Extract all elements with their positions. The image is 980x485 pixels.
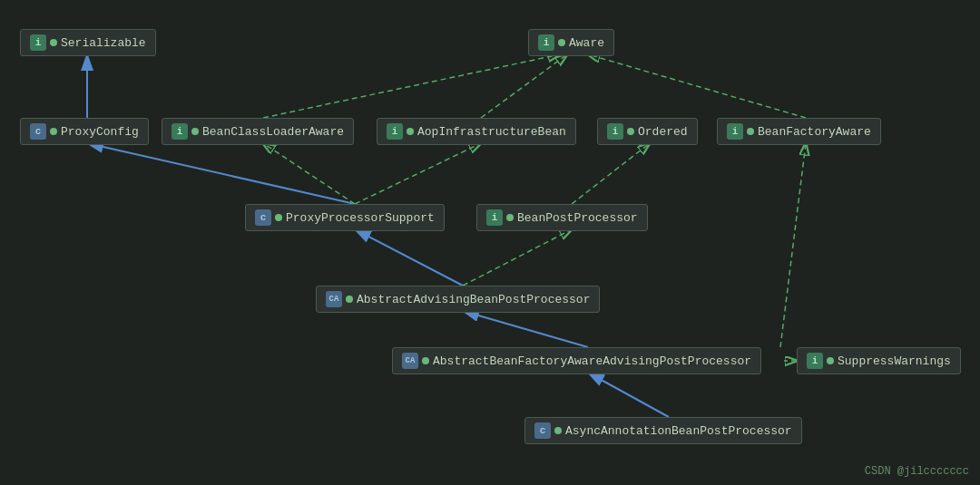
arrows-svg [0,0,980,485]
badge-proxyconfig: c [30,123,46,140]
dot-aware [558,39,565,46]
node-serializable: i Serializable [20,29,156,56]
badge-beanpostprocessor: i [486,209,503,226]
svg-line-13 [780,143,806,347]
svg-line-8 [355,143,481,204]
label-ordered: Ordered [638,125,688,139]
badge-beanclassloaderaware: i [172,123,188,140]
label-beanclassloaderaware: BeanClassLoaderAware [202,125,344,139]
badge-suppresswarnings: i [807,353,823,369]
svg-line-7 [263,143,355,204]
dot-beanclassloaderaware [191,128,199,135]
node-aware: i Aware [528,29,614,56]
label-abstractbeanfactory: AbstractBeanFactoryAwareAdvisingPostProc… [433,354,751,368]
label-abstractadvising: AbstractAdvisingBeanPostProcessor [357,293,590,306]
svg-line-12 [463,311,588,347]
dot-beanpostprocessor [506,214,514,221]
node-abstractadvisingbeanpostprocessor: CA AbstractAdvisingBeanPostProcessor [316,286,600,313]
badge-abstractbeanfactory: CA [402,353,418,369]
badge-ordered: i [607,123,623,140]
dot-ordered [627,128,634,135]
label-aopinfrastructurebean: AopInfrastructureBean [417,125,566,139]
badge-beanfactoryaware: i [727,123,743,140]
watermark: CSDN @jilccccccc [865,465,969,478]
badge-asyncannotation: c [534,422,551,439]
label-beanpostprocessor: BeanPostProcessor [517,211,638,225]
label-beanfactoryaware: BeanFactoryAware [758,125,871,139]
svg-line-9 [572,143,650,204]
svg-line-3 [263,54,560,118]
label-asyncannotation: AsyncAnnotationBeanPostProcessor [565,424,792,438]
badge-aware: i [538,34,554,51]
node-aopinfrastructurebean: i AopInfrastructureBean [377,118,576,145]
label-aware: Aware [569,36,604,50]
node-proxyconfig: c ProxyConfig [20,118,149,145]
node-beanpostprocessor: i BeanPostProcessor [476,204,648,231]
diagram-container: i Serializable i Aware c ProxyConfig i B… [0,0,980,485]
label-proxyprocessorsupport: ProxyProcessorSupport [286,211,435,225]
dot-suppresswarnings [827,357,834,364]
dot-serializable [50,39,57,46]
dot-beanfactoryaware [747,128,754,135]
label-proxyconfig: ProxyConfig [61,125,139,139]
svg-line-15 [588,373,669,417]
svg-line-4 [481,54,567,118]
dot-aopinfrastructurebean [407,128,414,135]
badge-proxyprocessorsupport: c [255,209,271,226]
dot-proxyprocessorsupport [275,214,282,221]
dot-abstractbeanfactory [422,357,429,364]
node-abstractbeanfactoryawareadvisingpostprocessor: CA AbstractBeanFactoryAwareAdvisingPostP… [392,347,761,374]
node-proxyprocessorsupport: c ProxyProcessorSupport [245,204,445,231]
svg-line-5 [588,54,806,118]
badge-aopinfrastructurebean: i [387,123,403,140]
svg-line-10 [463,229,572,286]
node-beanclassloaderaware: i BeanClassLoaderAware [162,118,354,145]
svg-line-6 [87,143,355,204]
dot-proxyconfig [50,128,57,135]
dot-abstractadvising [346,296,353,303]
node-beanfactoryaware: i BeanFactoryAware [717,118,881,145]
dot-asyncannotation [554,427,562,434]
node-suppresswarnings: i SuppressWarnings [797,347,961,374]
node-ordered: i Ordered [597,118,698,145]
svg-line-11 [355,229,463,286]
node-asyncannotationbeanpostprocessor: c AsyncAnnotationBeanPostProcessor [524,417,802,444]
badge-abstractadvising: CA [326,291,342,307]
label-serializable: Serializable [61,36,146,50]
badge-serializable: i [30,34,46,51]
label-suppresswarnings: SuppressWarnings [838,354,951,368]
